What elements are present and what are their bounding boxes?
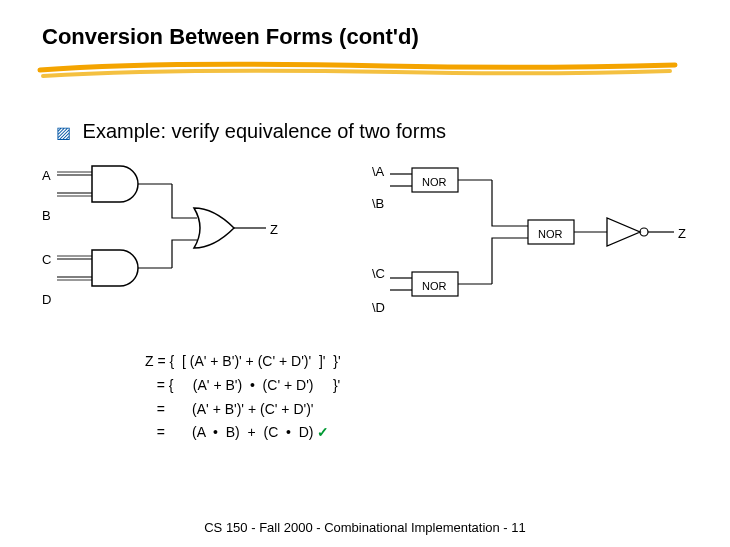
page-footer: CS 150 - Fall 2000 - Combinational Imple… bbox=[0, 520, 730, 535]
label-B: B bbox=[42, 208, 51, 223]
label-NOR3: NOR bbox=[538, 228, 562, 240]
and-gate-2 bbox=[57, 250, 172, 286]
label-nB: \B bbox=[372, 196, 384, 211]
bullet-icon: ▨ bbox=[56, 123, 71, 142]
check-icon: ✓ bbox=[317, 424, 329, 440]
section-text: Example: verify equivalence of two forms bbox=[83, 120, 447, 142]
page-title: Conversion Between Forms (cont'd) bbox=[42, 24, 419, 50]
and-gate-1 bbox=[57, 166, 172, 202]
label-NOR1: NOR bbox=[422, 176, 446, 188]
section-heading: ▨ Example: verify equivalence of two for… bbox=[56, 120, 446, 143]
deriv-line-3: = (A' + B')' + (C' + D')' bbox=[145, 401, 314, 417]
label-nA: \A bbox=[372, 164, 384, 179]
label-NOR2: NOR bbox=[422, 280, 446, 292]
label-nD: \D bbox=[372, 300, 385, 315]
derivation-block: Z = { [ (A' + B')' + (C' + D')' ]' }' = … bbox=[145, 350, 341, 445]
label-A: A bbox=[42, 168, 51, 183]
or-gate-left bbox=[194, 208, 266, 248]
circuit-diagram: A B C D Z \A \B \C \D NOR NOR NOR Z bbox=[42, 160, 692, 340]
deriv-line-1: Z = { [ (A' + B')' + (C' + D')' ]' }' bbox=[145, 353, 341, 369]
label-Z-right: Z bbox=[678, 226, 686, 241]
inverter bbox=[607, 218, 674, 246]
label-Z-left: Z bbox=[270, 222, 278, 237]
circuit-svg bbox=[42, 160, 692, 340]
label-D: D bbox=[42, 292, 51, 307]
deriv-line-2: = { (A' + B') • (C' + D') }' bbox=[145, 377, 340, 393]
label-C: C bbox=[42, 252, 51, 267]
title-underline bbox=[35, 58, 695, 86]
label-nC: \C bbox=[372, 266, 385, 281]
deriv-line-4: = (A • B) + (C • D) bbox=[145, 424, 317, 440]
